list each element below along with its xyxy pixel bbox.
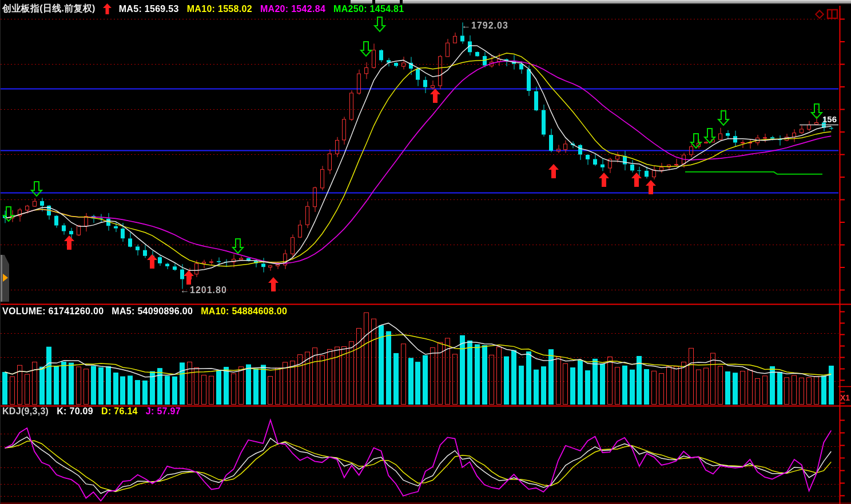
- value-label: MA250: 1454.81: [333, 4, 404, 14]
- kdj-header: KDJ(9,3,3)K: 70.09D: 76.14J: 57.97: [2, 406, 181, 417]
- ma-values: MA5: 1569.53MA10: 1558.02MA20: 1542.84MA…: [119, 4, 404, 14]
- toolbar-edge: [403, 0, 851, 4]
- volume-header: VOLUME: 61741260.00MA5: 54090896.00MA10:…: [2, 306, 287, 317]
- kdj-values: KDJ(9,3,3)K: 70.09D: 76.14J: 57.97: [2, 406, 181, 417]
- sidebar-expand-handle[interactable]: [1, 255, 9, 302]
- value-label: VOLUME: 61741260.00: [2, 306, 104, 317]
- up-arrow-icon: [103, 3, 112, 14]
- value-label: J: 57.97: [146, 406, 181, 417]
- value-label: MA10: 54884608.00: [201, 306, 287, 317]
- diamond-icon[interactable]: [814, 9, 825, 20]
- chart-canvas[interactable]: [1, 0, 851, 504]
- value-label: MA10: 1558.02: [187, 4, 252, 14]
- annotation-low-price: ←1201.80: [180, 285, 227, 295]
- value-label: KDJ(9,3,3): [2, 406, 49, 417]
- main-chart-header: 创业板指(日线.前复权) MA5: 1569.53MA10: 1558.02MA…: [2, 3, 404, 15]
- volume-values: VOLUME: 61741260.00MA5: 54090896.00MA10:…: [2, 306, 287, 317]
- last-price-label: 156: [822, 114, 837, 124]
- window-restore-icon[interactable]: [826, 8, 839, 21]
- value-label: K: 70.09: [57, 406, 93, 417]
- annotation-peak-price: ←1792.03: [462, 21, 508, 31]
- value-label: D: 76.14: [101, 406, 138, 417]
- value-label: MA5: 54090896.00: [112, 306, 193, 317]
- volume-unit-label: X1: [840, 393, 850, 402]
- value-label: MA5: 1569.53: [119, 4, 179, 14]
- expand-arrow-icon: [3, 274, 8, 282]
- app-root: 创业板指(日线.前复权) MA5: 1569.53MA10: 1558.02MA…: [0, 0, 851, 504]
- value-label: MA20: 1542.84: [260, 4, 325, 14]
- symbol-title: 创业板指(日线.前复权): [2, 3, 96, 15]
